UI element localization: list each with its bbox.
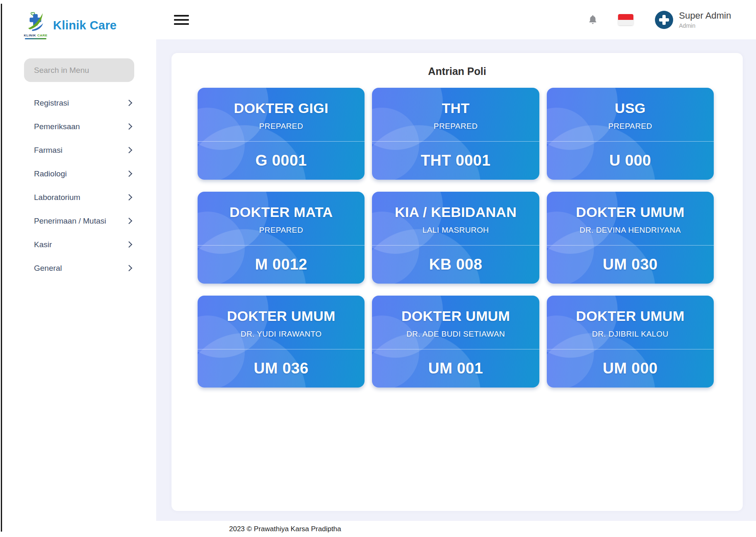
- chevron-right-icon: [126, 123, 133, 130]
- window-edge-line: [1, 4, 2, 532]
- chevron-right-icon: [126, 147, 133, 154]
- queue-card-body: UM 000: [547, 349, 714, 388]
- search-input[interactable]: [24, 58, 134, 82]
- queue-card: THT PREPARED THT 0001: [372, 88, 539, 180]
- brand-logo[interactable]: KLINIK CARE Klinik Care: [0, 0, 156, 39]
- poli-subtitle: PREPARED: [608, 122, 652, 131]
- header-actions: Super Admin Admin: [587, 10, 731, 29]
- poli-name: DOKTER UMUM: [576, 308, 684, 324]
- notifications-button[interactable]: [587, 14, 598, 25]
- poli-name: DOKTER UMUM: [401, 308, 510, 324]
- sidebar-item-label: Radiologi: [34, 169, 67, 178]
- queue-number: UM 000: [603, 360, 658, 377]
- queue-card: DOKTER UMUM DR. DJIBRIL KALOU UM 000: [547, 296, 714, 388]
- main-content: Antrian Poli DOKTER GIGI PREPARED G 0001…: [156, 39, 756, 521]
- chevron-right-icon: [126, 218, 133, 224]
- chevron-right-icon: [126, 194, 133, 201]
- queue-card-header: DOKTER UMUM DR. YUDI IRAWANTO: [198, 296, 365, 349]
- user-name: Super Admin: [679, 10, 731, 21]
- sidebar-item-label: Registrasi: [34, 99, 69, 108]
- copyright-text: 2023 © Prawathiya Karsa Pradiptha: [229, 525, 341, 533]
- queue-card-header: DOKTER GIGI PREPARED: [198, 88, 365, 142]
- bell-icon: [587, 14, 598, 25]
- queue-card-body: UM 036: [198, 349, 365, 388]
- queue-number: U 000: [609, 152, 651, 169]
- queue-card-header: DOKTER UMUM DR. DEVINA HENDRIYANA: [547, 192, 714, 246]
- top-header: Super Admin Admin: [156, 0, 756, 39]
- queue-number: UM 036: [254, 360, 309, 377]
- queue-card: DOKTER UMUM DR. DEVINA HENDRIYANA UM 030: [547, 192, 714, 284]
- queue-number: KB 008: [429, 256, 482, 273]
- queue-number: M 0012: [255, 256, 307, 273]
- sidebar-item-label: General: [34, 264, 62, 273]
- queue-card-header: DOKTER MATA PREPARED: [198, 192, 365, 246]
- poli-name: DOKTER GIGI: [234, 100, 328, 116]
- sidebar-item-pemeriksaan[interactable]: Pemeriksaan: [0, 115, 156, 138]
- chevron-right-icon: [126, 171, 133, 177]
- poli-subtitle: DR. DEVINA HENDRIYANA: [580, 226, 681, 235]
- queue-card-body: M 0012: [198, 246, 365, 284]
- poli-subtitle: LALI MASRUROH: [423, 226, 489, 235]
- sidebar-item-label: Pemeriksaan: [34, 122, 80, 131]
- app-root: KLINIK CARE Klinik Care Registrasi Pemer…: [0, 0, 756, 537]
- logo-tagline: [25, 38, 46, 39]
- klinik-care-logo-icon: KLINIK CARE: [24, 12, 47, 39]
- queue-number: THT 0001: [421, 152, 491, 169]
- sidebar-item-label: Penerimaan / Mutasi: [34, 217, 106, 226]
- queue-card-header: DOKTER UMUM DR. ADE BUDI SETIAWAN: [372, 296, 539, 349]
- poli-name: DOKTER MATA: [229, 204, 333, 220]
- sidebar-item-kasir[interactable]: Kasir: [0, 233, 156, 256]
- poli-name: DOKTER UMUM: [227, 308, 336, 324]
- language-flag-button[interactable]: [618, 14, 633, 25]
- queue-card-header: USG PREPARED: [547, 88, 714, 142]
- queue-card: KIA / KEBIDANAN LALI MASRUROH KB 008: [372, 192, 539, 284]
- sidebar-item-registrasi[interactable]: Registrasi: [0, 91, 156, 115]
- sidebar-menu: Registrasi Pemeriksaan Farmasi Radiologi…: [0, 91, 156, 280]
- queue-number: G 0001: [255, 152, 307, 169]
- queue-card-body: UM 030: [547, 246, 714, 284]
- chevron-right-icon: [126, 265, 133, 272]
- logo-caption: KLINIK CARE: [24, 34, 47, 37]
- user-profile-button[interactable]: Super Admin Admin: [655, 10, 731, 29]
- footer: 2023 © Prawathiya Karsa Pradiptha: [156, 521, 756, 537]
- sidebar: KLINIK CARE Klinik Care Registrasi Pemer…: [0, 0, 156, 537]
- user-avatar: [655, 11, 673, 29]
- indonesian-flag-icon: [618, 14, 633, 20]
- queue-card: DOKTER MATA PREPARED M 0012: [198, 192, 365, 284]
- sidebar-item-label: Laboratorium: [34, 193, 80, 202]
- queue-card-body: KB 008: [372, 246, 539, 284]
- sidebar-item-farmasi[interactable]: Farmasi: [0, 138, 156, 162]
- poli-subtitle: PREPARED: [434, 122, 478, 131]
- sidebar-item-laboratorium[interactable]: Laboratorium: [0, 185, 156, 209]
- poli-subtitle: PREPARED: [259, 122, 303, 131]
- user-role: Admin: [679, 22, 731, 29]
- poli-subtitle: DR. YUDI IRAWANTO: [241, 330, 322, 339]
- queue-number: UM 030: [603, 256, 658, 273]
- sidebar-item-general[interactable]: General: [0, 256, 156, 280]
- poli-name: USG: [615, 100, 646, 116]
- sidebar-item-radiologi[interactable]: Radiologi: [0, 162, 156, 185]
- poli-subtitle: DR. ADE BUDI SETIAWAN: [406, 330, 505, 339]
- sidebar-item-penerimaan-mutasi[interactable]: Penerimaan / Mutasi: [0, 209, 156, 233]
- queue-card: USG PREPARED U 000: [547, 88, 714, 180]
- queue-card-header: DOKTER UMUM DR. DJIBRIL KALOU: [547, 296, 714, 349]
- poli-name: KIA / KEBIDANAN: [395, 204, 517, 220]
- queue-card: DOKTER GIGI PREPARED G 0001: [198, 88, 365, 180]
- poli-subtitle: PREPARED: [259, 226, 303, 235]
- queue-grid: DOKTER GIGI PREPARED G 0001 THT PREPARED…: [198, 88, 714, 388]
- queue-number: UM 001: [428, 360, 483, 377]
- chevron-right-icon: [126, 241, 133, 248]
- poli-name: DOKTER UMUM: [576, 204, 684, 220]
- sidebar-search: [24, 58, 156, 82]
- queue-card-body: THT 0001: [372, 142, 539, 180]
- queue-card-header: THT PREPARED: [372, 88, 539, 142]
- queue-card-body: G 0001: [198, 142, 365, 180]
- poli-subtitle: DR. DJIBRIL KALOU: [592, 330, 669, 339]
- antrian-poli-panel: Antrian Poli DOKTER GIGI PREPARED G 0001…: [171, 53, 743, 511]
- sidebar-item-label: Kasir: [34, 240, 52, 249]
- queue-card-body: UM 001: [372, 349, 539, 388]
- hamburger-menu-icon[interactable]: [174, 15, 189, 25]
- logo-graphic: [26, 12, 45, 33]
- brand-wordmark: Klinik Care: [53, 19, 117, 32]
- queue-card-header: KIA / KEBIDANAN LALI MASRUROH: [372, 192, 539, 246]
